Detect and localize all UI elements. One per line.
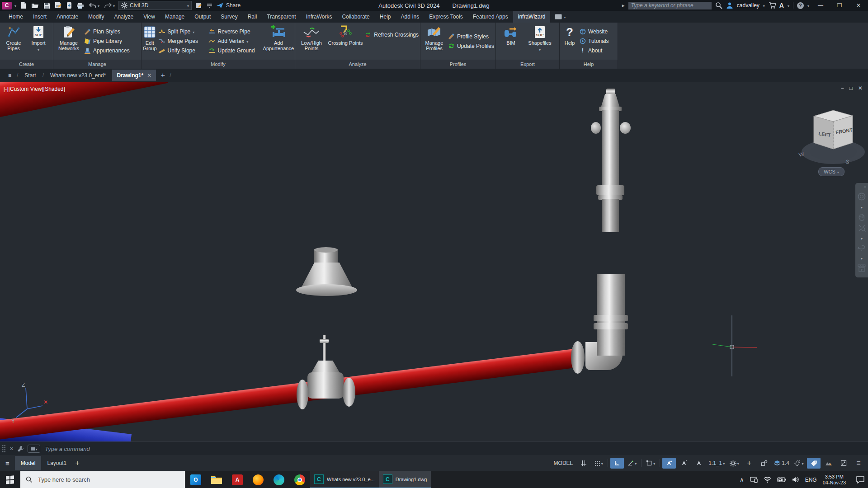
viewcube[interactable]: W S LEFT FRONT	[795, 92, 868, 174]
profile-styles-button[interactable]: Profile Styles	[448, 32, 494, 41]
search-expand-icon[interactable]: ▸	[622, 2, 625, 9]
file-tab-whats-new[interactable]: Whats new v23.0_end*	[46, 70, 110, 81]
tab-manage[interactable]: Manage	[160, 11, 189, 23]
annotation-visibility-caret-icon[interactable]	[802, 460, 803, 466]
taskbar-outlook-icon[interactable]: O	[185, 471, 206, 488]
recent-commands-button[interactable]	[28, 445, 40, 453]
restore-window-button[interactable]: ❐	[832, 0, 847, 11]
workspace-gear-button[interactable]	[727, 458, 741, 469]
customization-plus-button[interactable]: +	[742, 458, 756, 469]
panel-label-modify[interactable]: Modify	[142, 60, 295, 69]
manage-profiles-button[interactable]: Manage Profiles	[422, 23, 447, 59]
unify-slope-button[interactable]: Unify Slope	[158, 47, 207, 55]
snap-mode-toggle[interactable]	[592, 458, 605, 469]
undo-button[interactable]	[88, 1, 100, 10]
new-drawing-tab-button[interactable]: +	[158, 71, 168, 80]
help-icon[interactable]: ?	[797, 2, 804, 9]
grid-display-toggle[interactable]	[577, 458, 590, 469]
civil3d-app-icon[interactable]: C	[2, 2, 12, 9]
bim-export-button[interactable]: BIM	[501, 23, 521, 59]
annotation-scale-caret-icon[interactable]	[723, 460, 725, 466]
shapefiles-export-button[interactable]: SHP Shapefiles	[525, 23, 554, 59]
tab-survey[interactable]: Survey	[216, 11, 242, 23]
osnap-tracking-toggle[interactable]	[662, 458, 676, 469]
new-drawing-button[interactable]	[19, 1, 28, 10]
taskbar-window-whats-new[interactable]: C Whats new v23.0_e...	[310, 471, 379, 488]
tab-help[interactable]: Help	[375, 11, 396, 23]
save-to-mobile-button[interactable]	[66, 1, 73, 10]
redo-caret-icon[interactable]	[113, 2, 115, 9]
panel-label-analyze[interactable]: Analyze	[295, 60, 420, 69]
clock[interactable]: 3:53 PM 04-Nov-23	[823, 474, 846, 486]
edit-group-button[interactable]: Edit Group	[143, 23, 157, 59]
action-center-icon[interactable]	[856, 476, 864, 483]
tab-output[interactable]: Output	[189, 11, 216, 23]
panel-label-profiles[interactable]: Profiles	[420, 60, 495, 69]
create-pipes-button[interactable]: Create Pipes	[1, 23, 26, 59]
save-as-button[interactable]	[54, 1, 63, 10]
polar-tracking-toggle[interactable]	[625, 458, 639, 469]
snap-caret-icon[interactable]	[601, 460, 603, 466]
tab-analyze[interactable]: Analyze	[109, 11, 138, 23]
isolate-objects-button[interactable]	[757, 458, 771, 469]
navbar-wheel-caret-icon[interactable]	[861, 204, 863, 210]
show-motion-icon[interactable]	[858, 264, 866, 272]
file-tab-drawing1[interactable]: Drawing1* ✕	[112, 70, 156, 81]
minimize-window-button[interactable]: —	[813, 0, 828, 11]
ortho-mode-toggle[interactable]	[610, 458, 624, 469]
taskbar-edge-icon[interactable]	[269, 471, 289, 488]
reverse-pipe-button[interactable]: Reverse Pipe	[208, 28, 262, 36]
user-avatar-icon[interactable]	[726, 2, 733, 9]
taskbar-acrobat-icon[interactable]: A	[227, 471, 248, 488]
gate-valve-model[interactable]	[294, 335, 362, 414]
low-high-points-button[interactable]: Low/High Points	[297, 23, 326, 59]
zoom-extents-icon[interactable]	[858, 224, 866, 232]
tab-home[interactable]: Home	[4, 11, 28, 23]
workspace-settings-button[interactable]	[206, 1, 213, 10]
tab-featured-apps[interactable]: Featured Apps	[468, 11, 513, 23]
tutorials-button[interactable]: Tutorials	[580, 37, 609, 46]
viewport-controls-label[interactable]: [-][Custom View][Shaded]	[4, 86, 65, 92]
save-workspace-button[interactable]	[194, 1, 203, 10]
tab-add-ins[interactable]: Add-ins	[396, 11, 424, 23]
navbar-orbit-caret-icon[interactable]	[861, 255, 863, 261]
workspace-gear-caret-icon[interactable]	[737, 460, 739, 466]
fire-hydrant-model[interactable]	[590, 89, 632, 233]
plan-styles-button[interactable]: Plan Styles	[84, 28, 130, 36]
tab-collaborate[interactable]: Collaborate	[337, 11, 374, 23]
layout1-tab[interactable]: Layout1	[41, 456, 72, 470]
autodesk-logo-icon[interactable]: A	[779, 2, 784, 9]
command-bar-close-icon[interactable]: ✕	[9, 446, 14, 452]
viewport-minimize-icon[interactable]: −	[841, 85, 844, 91]
full-navigation-wheel-icon[interactable]	[858, 192, 866, 201]
tab-infrawizard[interactable]: infraWizard	[513, 11, 551, 23]
user-menu-caret-icon[interactable]	[763, 2, 765, 9]
pan-hand-icon[interactable]	[858, 213, 865, 221]
close-drawing1-icon[interactable]: ✕	[147, 72, 151, 79]
file-tab-start[interactable]: Start	[20, 70, 40, 81]
merge-pipes-button[interactable]: Merge Pipes	[158, 37, 207, 46]
ribbon-collapse-button[interactable]	[555, 11, 566, 23]
workspace-switcher[interactable]: Civil 3D	[118, 1, 192, 10]
customization-menu-button[interactable]: ≡	[852, 458, 865, 469]
tab-rail[interactable]: Rail	[243, 11, 262, 23]
signed-in-user[interactable]: cadvalley	[737, 2, 760, 9]
annotation-scale-button[interactable]: 1:1_1	[707, 458, 726, 469]
tab-annotate[interactable]: Annotate	[52, 11, 83, 23]
app-menu-caret-icon[interactable]	[14, 2, 16, 9]
panel-label-create[interactable]: Create	[0, 60, 53, 69]
plot-button[interactable]	[75, 1, 85, 10]
redo-button[interactable]	[103, 1, 116, 10]
update-profiles-button[interactable]: Update Profiles	[448, 42, 494, 50]
about-button[interactable]: ! About	[580, 47, 609, 55]
website-button[interactable]: Website	[580, 28, 609, 36]
tab-modify[interactable]: Modify	[83, 11, 109, 23]
wcs-dropdown-button[interactable]: WCS	[818, 167, 844, 176]
ucs-icon[interactable]: Z Y ✕	[9, 380, 54, 426]
crossing-points-button[interactable]: Crossing Points	[328, 23, 363, 59]
start-button[interactable]	[0, 471, 20, 488]
drawing-viewport[interactable]: [-][Custom View][Shaded] − □ ✕	[0, 82, 868, 441]
dynamic-input-toggle[interactable]	[692, 458, 706, 469]
new-layout-button[interactable]: +	[72, 459, 82, 468]
navbar-zoom-caret-icon[interactable]	[861, 235, 863, 241]
